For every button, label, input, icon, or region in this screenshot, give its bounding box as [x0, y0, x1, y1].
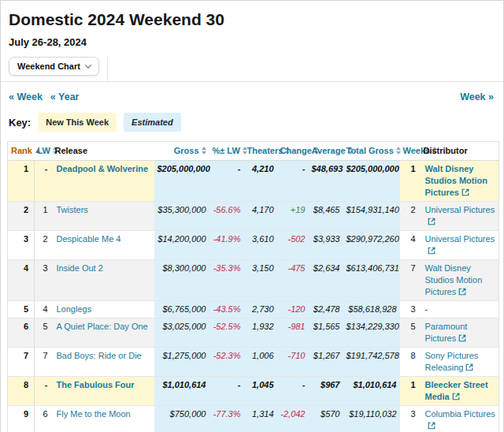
last-week-cell: 1 — [35, 202, 52, 231]
weeks-cell: 3 — [400, 301, 421, 318]
distributor-cell: Sony Pictures Releasing — [421, 348, 499, 377]
external-link-icon — [428, 247, 435, 255]
pct-lw-cell: - — [209, 377, 244, 406]
prev-year-link[interactable]: « Year — [50, 91, 80, 102]
theaters-cell: 4,170 — [244, 202, 277, 231]
rank-cell: 2 — [8, 202, 35, 231]
table-row: 6 5 A Quiet Place: Day One $3,025,000 -5… — [8, 318, 499, 348]
col-header-distributor: Distributor — [421, 142, 499, 161]
pct-lw-cell: - — [209, 161, 244, 202]
distributor-cell: Universal Pictures — [421, 231, 499, 260]
rank-cell: 4 — [8, 260, 35, 301]
theaters-cell: 1,314 — [244, 406, 277, 432]
release-link[interactable]: Despicable Me 4 — [57, 234, 121, 244]
chart-toolbar: Weekend Chart — [1, 57, 503, 82]
release-link[interactable]: Twisters — [57, 205, 88, 214]
release-cell: Inside Out 2 — [52, 260, 154, 301]
col-header-total-gross[interactable]: Total Gross — [343, 142, 400, 161]
distributor-link[interactable]: Universal Pictures — [425, 205, 495, 214]
theaters-cell: 4,210 — [244, 161, 277, 202]
pct-lw-cell: -77.3% — [209, 406, 244, 432]
pct-lw-cell: -35.3% — [209, 260, 244, 301]
distributor-cell: Paramount Pictures — [421, 318, 499, 348]
weeks-cell: 1 — [400, 377, 421, 406]
box-office-table: Rank LW Release Gross %± LW Theaters Cha… — [7, 141, 499, 432]
total-gross-cell: $154,931,140 — [343, 202, 400, 231]
total-gross-cell: $58,618,928 — [343, 301, 400, 318]
external-link-icon — [452, 393, 460, 400]
weeks-cell: 2 — [400, 202, 421, 231]
col-header-change[interactable]: Change — [277, 142, 309, 161]
release-link[interactable]: Fly Me to the Moon — [57, 409, 131, 419]
external-link-icon — [458, 334, 466, 342]
average-cell: $3,933 — [309, 231, 343, 260]
weekend-box-office-page: Domestic 2024 Weekend 30 July 26-28, 202… — [0, 0, 504, 432]
distributor-link[interactable]: Walt Disney Studios Motion Pictures — [425, 164, 487, 197]
col-header-weeks[interactable]: Weeks — [400, 142, 421, 161]
release-link[interactable]: Bad Boys: Ride or Die — [57, 351, 142, 360]
external-link-icon — [428, 422, 435, 430]
release-link[interactable]: A Quiet Place: Day One — [57, 322, 148, 331]
distributor-cell: Columbia Pictures — [421, 406, 499, 432]
external-link-icon — [428, 218, 435, 225]
total-gross-cell: $205,000,000 — [343, 161, 400, 202]
distributor-cell: Bleecker Street Media — [421, 377, 499, 406]
total-gross-cell: $613,406,731 — [343, 260, 400, 301]
table-row: 1 - Deadpool & Wolverine $205,000,000 - … — [8, 161, 499, 202]
col-header-pct-lw[interactable]: %± LW — [209, 142, 244, 161]
last-week-cell: 7 — [35, 348, 52, 377]
gross-cell: $8,300,000 — [154, 260, 209, 301]
distributor-cell: Walt Disney Studios Motion Pictures — [421, 161, 499, 202]
release-cell: Deadpool & Wolverine — [52, 161, 154, 202]
distributor-cell: Walt Disney Studios Motion Pictures — [421, 260, 499, 301]
distributor-link: - — [425, 304, 428, 314]
theaters-cell: 1,045 — [244, 377, 277, 406]
new-this-week-badge: New This Week — [38, 113, 117, 132]
pct-lw-cell: -41.9% — [209, 231, 244, 260]
next-week-link[interactable]: Week » — [460, 91, 494, 102]
last-week-cell: - — [35, 161, 52, 202]
distributor-link[interactable]: Columbia Pictures — [425, 409, 495, 419]
release-link[interactable]: Inside Out 2 — [57, 263, 103, 273]
gross-cell: $35,300,000 — [154, 202, 209, 231]
col-header-average[interactable]: Average — [309, 142, 343, 161]
pct-lw-cell: -52.3% — [209, 348, 244, 377]
gross-cell: $750,000 — [154, 406, 209, 432]
prev-week-link[interactable]: « Week — [9, 91, 43, 102]
release-link[interactable]: Longlegs — [57, 304, 92, 314]
distributor-link[interactable]: Walt Disney Studios Motion Pictures — [425, 263, 483, 296]
sort-icon — [396, 147, 401, 155]
chevron-down-icon — [85, 61, 91, 68]
change-cell: - — [277, 377, 309, 406]
col-header-theaters[interactable]: Theaters — [244, 142, 277, 161]
change-cell: -120 — [277, 301, 309, 318]
change-cell: -981 — [277, 318, 309, 348]
key-label: Key: — [9, 117, 31, 128]
col-header-gross[interactable]: Gross — [154, 142, 209, 161]
release-cell: A Quiet Place: Day One — [52, 318, 154, 348]
release-link[interactable]: The Fabulous Four — [57, 380, 135, 389]
col-header-release: Release — [52, 142, 154, 161]
table-row: 7 7 Bad Boys: Ride or Die $1,275,000 -52… — [8, 348, 499, 377]
last-week-cell: 3 — [35, 260, 52, 301]
weekend-chart-dropdown[interactable]: Weekend Chart — [9, 57, 99, 76]
weeks-cell: 4 — [400, 231, 421, 260]
table-body: 1 - Deadpool & Wolverine $205,000,000 - … — [8, 161, 499, 432]
average-cell: $8,465 — [309, 202, 343, 231]
table-header: Rank LW Release Gross %± LW Theaters Cha… — [8, 142, 499, 161]
release-cell: Twisters — [52, 202, 154, 231]
total-gross-cell: $290,972,260 — [343, 231, 400, 260]
sort-icon — [202, 147, 206, 155]
col-header-rank[interactable]: Rank — [8, 142, 35, 161]
average-cell: $1,565 — [309, 318, 343, 348]
chart-selector-cell: Weekend Chart — [1, 57, 108, 81]
distributor-link[interactable]: Universal Pictures — [425, 234, 495, 244]
page-header: Domestic 2024 Weekend 30 July 26-28, 202… — [1, 1, 503, 48]
total-gross-cell: $1,010,614 — [343, 377, 400, 406]
gross-cell: $14,200,000 — [154, 231, 209, 260]
release-link[interactable]: Deadpool & Wolverine — [57, 164, 149, 173]
table-row: 2 1 Twisters $35,300,000 -56.6% 4,170 +1… — [8, 202, 499, 231]
theaters-cell: 3,150 — [244, 260, 277, 301]
change-cell: -475 — [277, 260, 309, 301]
rank-cell: 9 — [8, 406, 35, 432]
